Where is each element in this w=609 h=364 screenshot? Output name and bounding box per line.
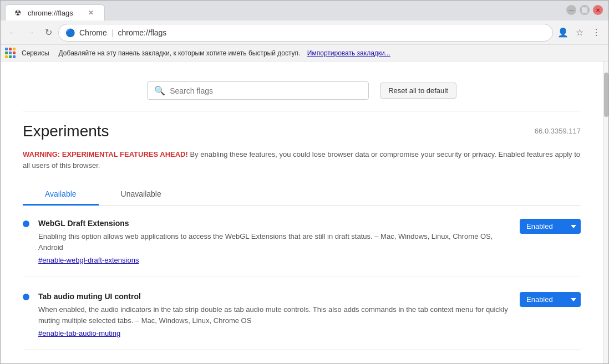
feature-webgl-control[interactable]: Enabled Disabled Default [520,219,581,234]
maximize-button[interactable]: ⬜ [580,5,590,15]
bookmark-star-button[interactable]: ☆ [572,25,587,40]
title-bar: ☢ chrome://flags ✕ — ⬜ ✕ [1,1,608,20]
main-content: 🔍 Reset all to default Experiments 66.0.… [1,61,603,363]
bookmarks-prompt-text: Добавляйте на эту панель закладки, к кот… [59,49,301,57]
feature-audio-desc: When enabled, the audio indicators in th… [38,304,511,326]
webgl-status-select[interactable]: Enabled Disabled Default [520,219,581,234]
user-profile-button[interactable]: 👤 [555,25,571,40]
tab-unavailable[interactable]: Unavailable [99,184,184,206]
bookmarks-apps-label: Сервисы [22,49,49,57]
scrollbar[interactable] [603,61,608,363]
tab-favicon-icon: ☢ [14,8,23,17]
page-title-section: Experiments 66.0.3359.117 [23,122,581,140]
close-button[interactable]: ✕ [593,5,603,15]
warning-bold-text: WARNING: EXPERIMENTAL FEATURES AHEAD! [23,150,188,158]
browser-window: ☢ chrome://flags ✕ — ⬜ ✕ ← → ↻ 🔵 Chrome … [0,0,609,364]
feature-item-audio-muting: Tab audio muting UI control When enabled… [23,292,581,350]
audio-status-select[interactable]: Enabled Disabled Default [520,292,581,307]
chrome-site-label: Chrome [79,28,107,37]
bookmarks-bar: Сервисы Добавляйте на эту панель закладк… [1,45,608,61]
version-text: 66.0.3359.117 [535,127,581,135]
search-section: 🔍 Reset all to default [23,73,581,111]
tab-title: chrome://flags [28,9,82,17]
site-favicon-icon: 🔵 [65,28,75,37]
tab-bar: ☢ chrome://flags ✕ [5,4,105,20]
feature-dot-icon [23,294,29,300]
search-box: 🔍 [147,81,369,100]
chrome-menu-button[interactable]: ⋮ [588,25,604,40]
window-controls: — ⬜ ✕ [566,5,603,15]
toolbar: ← → ↻ 🔵 Chrome | 👤 ☆ ⋮ [1,20,608,45]
forward-button[interactable]: → [23,25,38,40]
minimize-button[interactable]: — [566,5,576,15]
feature-audio-name: Tab audio muting UI control [38,292,511,301]
browser-tab[interactable]: ☢ chrome://flags ✕ [5,4,105,20]
address-bar[interactable]: 🔵 Chrome | [58,24,553,42]
address-input[interactable] [118,28,546,37]
reset-all-button[interactable]: Reset all to default [380,83,456,99]
feature-webgl-name: WebGL Draft Extensions [38,219,511,228]
feature-audio-link[interactable]: #enable-tab-audio-muting [38,329,120,337]
feature-webgl-desc: Enabling this option allows web applicat… [38,231,511,253]
feature-item-webgl: WebGL Draft Extensions Enabling this opt… [23,219,581,276]
back-button[interactable]: ← [5,25,21,40]
tab-available[interactable]: Available [23,184,99,206]
tabs-section: Available Unavailable [23,184,581,206]
bookmarks-import-link[interactable]: Импортировать закладки... [307,49,390,57]
page-title: Experiments [23,122,109,140]
tab-close-button[interactable]: ✕ [87,8,95,17]
address-divider: | [111,28,114,37]
feature-webgl-link[interactable]: #enable-webgl-draft-extensions [38,256,139,264]
scrollbar-thumb[interactable] [604,73,608,117]
apps-grid-icon[interactable] [5,48,16,59]
toolbar-actions: 👤 ☆ ⋮ [555,25,604,40]
search-input[interactable] [170,86,362,95]
feature-dot-icon [23,221,29,227]
search-icon: 🔍 [154,85,165,96]
page-content: 🔍 Reset all to default Experiments 66.0.… [1,61,608,363]
warning-paragraph: WARNING: EXPERIMENTAL FEATURES AHEAD! By… [23,149,581,171]
feature-audio-control[interactable]: Enabled Disabled Default [520,292,581,307]
feature-webgl-content: WebGL Draft Extensions Enabling this opt… [38,219,511,265]
feature-audio-content: Tab audio muting UI control When enabled… [38,292,511,338]
reload-button[interactable]: ↻ [40,25,56,40]
